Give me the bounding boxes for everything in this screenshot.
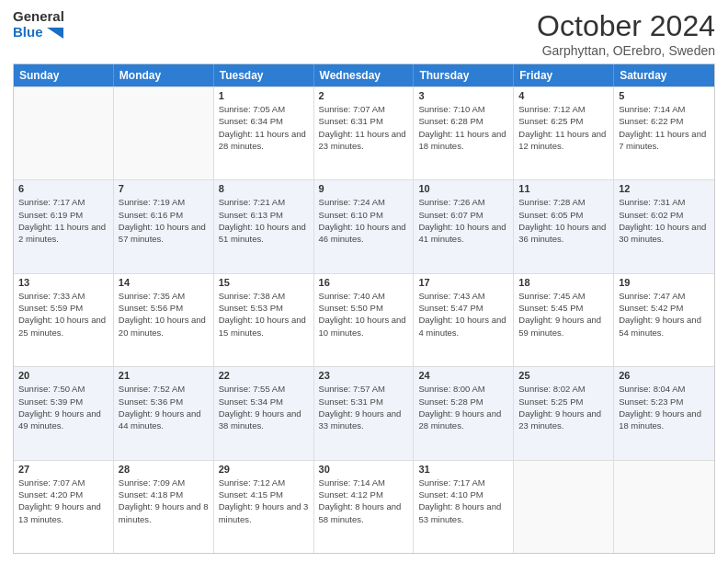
page: General Blue October 2024 Garphyttan, OE…	[0, 0, 728, 563]
cal-cell-2-3: 8Sunrise: 7:21 AM Sunset: 6:13 PM Daylig…	[214, 180, 314, 272]
cal-cell-3-6: 18Sunrise: 7:45 AM Sunset: 5:45 PM Dayli…	[514, 274, 614, 366]
cal-cell-3-7: 19Sunrise: 7:47 AM Sunset: 5:42 PM Dayli…	[614, 274, 714, 366]
day-info: Sunrise: 7:19 AM Sunset: 6:16 PM Dayligh…	[119, 196, 209, 245]
calendar-header: Sunday Monday Tuesday Wednesday Thursday…	[14, 64, 714, 86]
cal-cell-4-6: 25Sunrise: 8:02 AM Sunset: 5:25 PM Dayli…	[514, 367, 614, 459]
day-number: 27	[18, 464, 108, 475]
day-number: 29	[219, 464, 309, 475]
cal-cell-4-1: 20Sunrise: 7:50 AM Sunset: 5:39 PM Dayli…	[14, 367, 114, 459]
cal-cell-3-4: 16Sunrise: 7:40 AM Sunset: 5:50 PM Dayli…	[314, 274, 415, 366]
day-info: Sunrise: 7:09 AM Sunset: 4:18 PM Dayligh…	[119, 477, 209, 525]
cal-cell-5-2: 28Sunrise: 7:09 AM Sunset: 4:18 PM Dayli…	[114, 461, 214, 553]
cal-cell-4-3: 22Sunrise: 7:55 AM Sunset: 5:34 PM Dayli…	[214, 367, 314, 459]
day-number: 5	[619, 90, 710, 101]
cal-cell-2-2: 7Sunrise: 7:19 AM Sunset: 6:16 PM Daylig…	[114, 180, 214, 272]
day-number: 26	[619, 370, 710, 381]
title-area: October 2024 Garphyttan, OErebro, Sweden	[537, 9, 715, 58]
day-number: 18	[518, 277, 609, 288]
day-number: 2	[319, 90, 409, 101]
cal-cell-2-1: 6Sunrise: 7:17 AM Sunset: 6:19 PM Daylig…	[14, 180, 114, 272]
day-number: 11	[518, 183, 609, 194]
day-info: Sunrise: 7:55 AM Sunset: 5:34 PM Dayligh…	[219, 383, 309, 431]
calendar: Sunday Monday Tuesday Wednesday Thursday…	[13, 63, 715, 554]
day-info: Sunrise: 7:14 AM Sunset: 4:12 PM Dayligh…	[319, 477, 409, 525]
header-thursday: Thursday	[414, 64, 514, 86]
day-info: Sunrise: 7:28 AM Sunset: 6:05 PM Dayligh…	[518, 196, 609, 245]
calendar-body: 1Sunrise: 7:05 AM Sunset: 6:34 PM Daylig…	[14, 86, 714, 553]
logo: General Blue	[13, 9, 64, 40]
day-info: Sunrise: 7:26 AM Sunset: 6:07 PM Dayligh…	[418, 196, 508, 245]
day-info: Sunrise: 7:21 AM Sunset: 6:13 PM Dayligh…	[219, 196, 309, 245]
subtitle: Garphyttan, OErebro, Sweden	[537, 43, 715, 58]
day-number: 25	[518, 370, 609, 381]
month-title: October 2024	[537, 9, 715, 43]
cal-cell-1-1	[14, 87, 114, 179]
day-info: Sunrise: 7:52 AM Sunset: 5:36 PM Dayligh…	[119, 383, 209, 431]
week-row-4: 20Sunrise: 7:50 AM Sunset: 5:39 PM Dayli…	[14, 366, 714, 459]
day-info: Sunrise: 7:33 AM Sunset: 5:59 PM Dayligh…	[18, 290, 108, 339]
cal-cell-2-6: 11Sunrise: 7:28 AM Sunset: 6:05 PM Dayli…	[514, 180, 614, 272]
header-friday: Friday	[514, 64, 614, 86]
day-info: Sunrise: 7:10 AM Sunset: 6:28 PM Dayligh…	[418, 103, 508, 152]
day-info: Sunrise: 7:12 AM Sunset: 4:15 PM Dayligh…	[219, 477, 309, 525]
day-info: Sunrise: 7:24 AM Sunset: 6:10 PM Dayligh…	[319, 196, 409, 245]
day-number: 30	[319, 464, 409, 475]
day-info: Sunrise: 7:40 AM Sunset: 5:50 PM Dayligh…	[319, 290, 409, 339]
day-info: Sunrise: 7:17 AM Sunset: 4:10 PM Dayligh…	[418, 477, 508, 525]
cal-cell-3-2: 14Sunrise: 7:35 AM Sunset: 5:56 PM Dayli…	[114, 274, 214, 366]
day-number: 3	[418, 90, 508, 101]
day-number: 13	[18, 277, 108, 288]
cal-cell-3-5: 17Sunrise: 7:43 AM Sunset: 5:47 PM Dayli…	[414, 274, 514, 366]
day-info: Sunrise: 7:05 AM Sunset: 6:34 PM Dayligh…	[219, 103, 309, 152]
day-number: 1	[219, 90, 309, 101]
cal-cell-5-7	[614, 461, 714, 553]
day-number: 22	[219, 370, 309, 381]
cal-cell-3-1: 13Sunrise: 7:33 AM Sunset: 5:59 PM Dayli…	[14, 274, 114, 366]
cal-cell-4-4: 23Sunrise: 7:57 AM Sunset: 5:31 PM Dayli…	[314, 367, 415, 459]
day-info: Sunrise: 8:00 AM Sunset: 5:28 PM Dayligh…	[418, 383, 508, 431]
day-number: 8	[219, 183, 309, 194]
cal-cell-1-4: 2Sunrise: 7:07 AM Sunset: 6:31 PM Daylig…	[314, 87, 415, 179]
day-info: Sunrise: 7:35 AM Sunset: 5:56 PM Dayligh…	[119, 290, 209, 339]
day-number: 20	[18, 370, 108, 381]
header-saturday: Saturday	[614, 64, 714, 86]
day-info: Sunrise: 8:02 AM Sunset: 5:25 PM Dayligh…	[518, 383, 609, 431]
day-number: 9	[319, 183, 409, 194]
cal-cell-1-7: 5Sunrise: 7:14 AM Sunset: 6:22 PM Daylig…	[614, 87, 714, 179]
cal-cell-1-5: 3Sunrise: 7:10 AM Sunset: 6:28 PM Daylig…	[414, 87, 514, 179]
header: General Blue October 2024 Garphyttan, OE…	[13, 9, 715, 58]
day-number: 12	[619, 183, 710, 194]
day-number: 10	[418, 183, 508, 194]
day-number: 31	[418, 464, 508, 475]
header-monday: Monday	[114, 64, 214, 86]
header-sunday: Sunday	[14, 64, 114, 86]
cal-cell-5-4: 30Sunrise: 7:14 AM Sunset: 4:12 PM Dayli…	[314, 461, 415, 553]
day-number: 28	[119, 464, 209, 475]
day-number: 17	[418, 277, 508, 288]
day-info: Sunrise: 7:47 AM Sunset: 5:42 PM Dayligh…	[619, 290, 710, 339]
header-tuesday: Tuesday	[214, 64, 314, 86]
day-number: 21	[119, 370, 209, 381]
day-info: Sunrise: 7:45 AM Sunset: 5:45 PM Dayligh…	[518, 290, 609, 339]
day-number: 15	[219, 277, 309, 288]
cal-cell-2-7: 12Sunrise: 7:31 AM Sunset: 6:02 PM Dayli…	[614, 180, 714, 272]
week-row-3: 13Sunrise: 7:33 AM Sunset: 5:59 PM Dayli…	[14, 273, 714, 366]
day-info: Sunrise: 7:38 AM Sunset: 5:53 PM Dayligh…	[219, 290, 309, 339]
day-info: Sunrise: 7:07 AM Sunset: 6:31 PM Dayligh…	[319, 103, 409, 152]
cal-cell-1-3: 1Sunrise: 7:05 AM Sunset: 6:34 PM Daylig…	[214, 87, 314, 179]
cal-cell-2-5: 10Sunrise: 7:26 AM Sunset: 6:07 PM Dayli…	[414, 180, 514, 272]
cal-cell-1-2	[114, 87, 214, 179]
day-number: 16	[319, 277, 409, 288]
day-number: 4	[518, 90, 609, 101]
week-row-2: 6Sunrise: 7:17 AM Sunset: 6:19 PM Daylig…	[14, 179, 714, 272]
day-info: Sunrise: 8:04 AM Sunset: 5:23 PM Dayligh…	[619, 383, 710, 431]
day-info: Sunrise: 7:12 AM Sunset: 6:25 PM Dayligh…	[518, 103, 609, 152]
cal-cell-4-7: 26Sunrise: 8:04 AM Sunset: 5:23 PM Dayli…	[614, 367, 714, 459]
header-wednesday: Wednesday	[314, 64, 415, 86]
cal-cell-2-4: 9Sunrise: 7:24 AM Sunset: 6:10 PM Daylig…	[314, 180, 415, 272]
day-info: Sunrise: 7:07 AM Sunset: 4:20 PM Dayligh…	[18, 477, 108, 525]
cal-cell-5-6	[514, 461, 614, 553]
day-number: 24	[418, 370, 508, 381]
cal-cell-5-5: 31Sunrise: 7:17 AM Sunset: 4:10 PM Dayli…	[414, 461, 514, 553]
day-info: Sunrise: 7:31 AM Sunset: 6:02 PM Dayligh…	[619, 196, 710, 245]
